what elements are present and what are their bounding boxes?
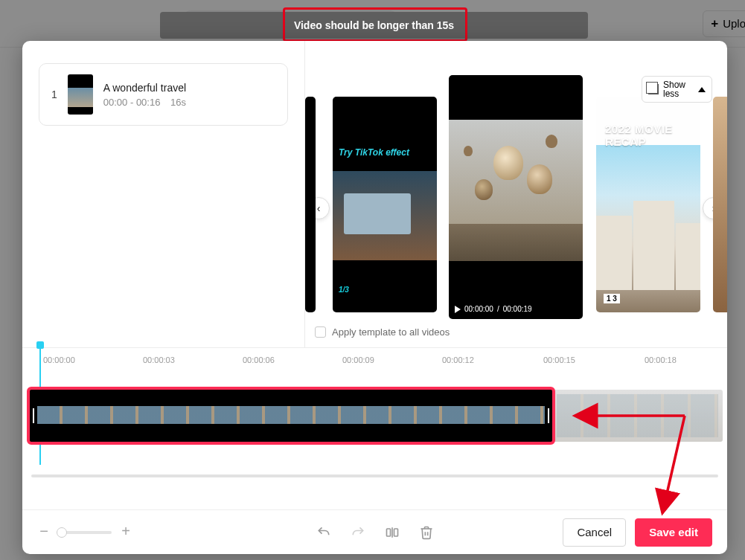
slide3-scene [596,145,700,312]
clip-duration: 16s [170,97,186,108]
split-icon[interactable] [385,525,400,540]
bottom-toolbar: − + Cancel Save edit [22,509,727,554]
slide1-effect-text: Try TikTok effect [339,147,409,158]
zoom-slider[interactable] [58,531,112,534]
edit-tools [316,525,434,540]
slide3-headline: 2022 MOVIE RECAP [605,123,700,148]
template-slide-3[interactable]: 2022 MOVIE RECAP 1 3 [596,97,700,312]
tick-label: 00:00:06 [243,355,275,364]
apply-template-checkbox[interactable] [315,326,326,338]
slide2-current-time: 00:00:00 [464,305,493,313]
balloon-icon [493,146,523,180]
tick-label: 00:00:12 [442,355,474,364]
apply-template-row[interactable]: Apply template to all videos [315,326,450,338]
timeline-track[interactable] [27,390,723,442]
zoom-out-button[interactable]: − [37,526,51,539]
slide2-sky [449,120,583,239]
template-slide-1[interactable]: Try TikTok effect 1/3 [333,97,437,312]
cancel-label: Cancel [577,526,612,538]
clip-index: 1 [51,88,57,100]
timeline: 00:00:00 00:00:03 00:00:06 00:00:09 00:0… [22,347,727,511]
trimmed-out-region [552,390,723,442]
undo-icon[interactable] [316,525,331,540]
play-icon[interactable] [455,306,461,313]
balloon-icon [527,164,552,194]
tick-label: 00:00:00 [43,355,75,364]
template-slide-edge-right[interactable] [713,97,727,312]
trim-handle-left[interactable] [33,408,34,423]
clip-range: 00:00 - 00:16 [103,97,161,108]
apply-template-label: Apply template to all videos [332,326,450,338]
save-edit-button[interactable]: Save edit [635,518,712,547]
template-slide-edge-left[interactable] [305,97,316,312]
redo-icon[interactable] [351,525,365,540]
tick-label: 00:00:15 [543,355,575,364]
balloon-icon [546,135,557,148]
toast-text: Video should be longer than 15s [294,19,454,31]
zoom-control: − + [37,526,132,539]
tick-label: 00:00:03 [143,355,175,364]
save-label: Save edit [649,526,698,538]
stack-icon [648,84,659,94]
tick-label: 00:00:18 [645,355,677,364]
balloon-icon [475,179,493,200]
clip-frames-strip [37,406,545,424]
cancel-button[interactable]: Cancel [563,518,626,547]
zoom-in-button[interactable]: + [119,526,132,539]
zoom-slider-knob[interactable] [57,527,67,538]
trim-handle-right[interactable] [548,408,549,423]
tick-label: 00:00:09 [342,355,374,364]
toast-warning: Video should be longer than 15s [160,12,588,39]
template-slide-2-selected[interactable]: 00:00:00/00:00:19 [449,75,583,319]
svg-rect-1 [394,529,397,536]
clip-title: A wonderful travel [103,82,186,94]
clip-card[interactable]: 1 A wonderful travel 00:00 - 00:16 16s [39,63,288,126]
slide2-playbar: 00:00:00/00:00:19 [455,305,532,313]
slide3-page: 1 3 [604,294,620,303]
svg-rect-0 [386,529,390,536]
show-less-label: Show less [663,80,694,98]
chevron-left-icon: ‹ [317,202,321,214]
trash-icon[interactable] [419,525,434,540]
slide2-total-time: 00:00:19 [503,305,532,313]
timeline-ruler[interactable]: 00:00:00 00:00:03 00:00:06 00:00:09 00:0… [22,353,727,370]
video-editor-dialog: 1 A wonderful travel 00:00 - 00:16 16s S… [22,41,727,554]
template-carousel: Show less ‹ › Try TikTok effect 1/3 [305,41,727,347]
show-less-button[interactable]: Show less [642,76,712,103]
chevron-up-icon [698,87,706,92]
timeline-base-line [31,474,718,477]
slide2-ground [449,224,583,261]
slide1-page: 1/3 [339,286,349,294]
clip-list-sidebar: 1 A wonderful travel 00:00 - 00:16 16s [22,41,305,347]
clip-thumbnail [68,74,93,115]
balloon-icon [464,146,473,156]
clip-selection[interactable] [27,387,555,445]
slide1-mirror [344,193,411,234]
